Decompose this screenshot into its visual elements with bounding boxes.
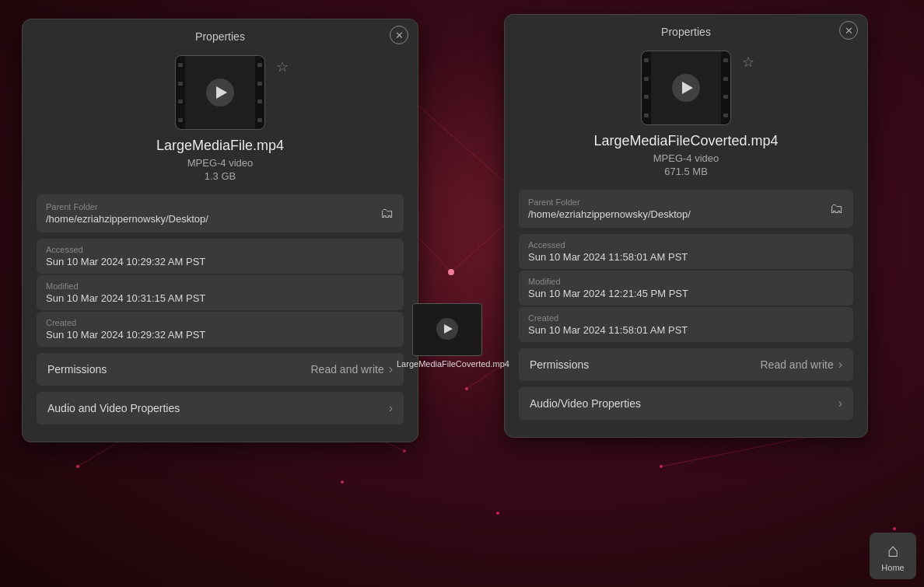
- film-hole: [723, 114, 728, 117]
- file-icon-area-2: ☆ LargeMediaFileCoverted.mp4 MPEG-4 vide…: [519, 46, 853, 190]
- created-row-1: Created Sun 10 Mar 2024 10:29:32 AM PST: [37, 312, 404, 347]
- audio-video-row-1[interactable]: Audio and Video Properties ›: [37, 392, 404, 425]
- properties-dialog-1: Properties ✕: [22, 19, 418, 442]
- modified-label-1: Modified: [46, 281, 394, 291]
- film-hole: [723, 95, 728, 99]
- film-hole: [178, 63, 183, 67]
- film-hole: [723, 58, 728, 62]
- created-label-2: Created: [528, 313, 844, 323]
- dialog-2-body: ☆ LargeMediaFileCoverted.mp4 MPEG-4 vide…: [505, 46, 867, 437]
- permissions-row-1[interactable]: Permissions Read and write ›: [37, 353, 404, 386]
- permissions-right-2: Read and write ›: [761, 358, 843, 372]
- svg-point-38: [341, 480, 344, 484]
- modified-value-2: Sun 10 Mar 2024 12:21:45 PM PST: [528, 288, 844, 299]
- film-hole: [257, 63, 262, 67]
- home-label: Home: [881, 563, 904, 572]
- accessed-value-2: Sun 10 Mar 2024 11:58:01 AM PST: [528, 251, 844, 263]
- svg-point-28: [403, 449, 406, 452]
- play-icon-2: [672, 74, 700, 102]
- home-icon: ⌂: [887, 540, 899, 561]
- film-strip-right-2: [721, 51, 730, 124]
- film-hole: [644, 114, 649, 117]
- file-type-2: MPEG-4 video: [653, 152, 719, 164]
- dialog-1-close-button[interactable]: ✕: [390, 26, 408, 44]
- star-icon-1[interactable]: ☆: [276, 58, 289, 75]
- svg-point-32: [660, 465, 663, 468]
- file-icon-wrapper-1: ☆: [175, 55, 265, 130]
- accessed-value-1: Sun 10 Mar 2024 10:29:32 AM PST: [46, 256, 394, 267]
- folder-content-2: Parent Folder /home/ezriahzippernowsky/D…: [528, 197, 691, 220]
- svg-point-20: [450, 271, 453, 274]
- accessed-label-2: Accessed: [528, 240, 844, 250]
- play-icon-1: [206, 79, 234, 107]
- film-hole: [723, 77, 728, 81]
- properties-dialog-2: Properties ✕: [504, 14, 868, 438]
- audio-video-label-2: Audio/Video Properties: [530, 397, 641, 410]
- file-name-1: LargeMediaFile.mp4: [156, 138, 284, 154]
- film-hole: [257, 118, 262, 122]
- file-icon-area-1: ☆ LargeMediaFile.mp4 MPEG-4 video 1.3 GB: [37, 51, 404, 194]
- home-button[interactable]: ⌂ Home: [870, 533, 916, 579]
- file-icon-wrapper-2: ☆: [641, 51, 731, 125]
- created-row-2: Created Sun 10 Mar 2024 11:58:01 AM PST: [519, 307, 853, 342]
- file-type-1: MPEG-4 video: [187, 157, 254, 169]
- bg-video-label: LargeMediaFileCoverted.mp4: [397, 359, 498, 369]
- created-label-1: Created: [46, 318, 394, 327]
- permissions-chevron-1: ›: [389, 362, 393, 376]
- parent-folder-row-1: Parent Folder /home/ezriahzippernowsky/D…: [37, 194, 404, 232]
- bg-video-thumbnail[interactable]: [412, 303, 482, 356]
- parent-folder-label-2: Parent Folder: [528, 197, 691, 207]
- permissions-row-2[interactable]: Permissions Read and write ›: [519, 348, 853, 381]
- film-hole: [257, 82, 262, 86]
- permissions-value-2: Read and write: [761, 358, 834, 371]
- parent-folder-label-1: Parent Folder: [46, 202, 208, 211]
- film-strip-left-1: [176, 56, 185, 129]
- dialog-1-title: Properties: [195, 30, 245, 43]
- folder-open-icon-1[interactable]: 🗂: [380, 205, 394, 222]
- film-strip-left-2: [642, 51, 651, 124]
- audio-video-row-2[interactable]: Audio/Video Properties ›: [519, 387, 853, 420]
- film-hole: [644, 58, 649, 62]
- modified-row-1: Modified Sun 10 Mar 2024 10:31:15 AM PST: [37, 275, 404, 310]
- permissions-right-1: Read and write ›: [311, 362, 394, 376]
- folder-open-icon-2[interactable]: 🗂: [830, 201, 844, 217]
- permissions-chevron-2: ›: [838, 358, 842, 372]
- accessed-label-1: Accessed: [46, 245, 394, 254]
- dialog-2-title: Properties: [661, 26, 711, 38]
- film-hole: [178, 82, 183, 86]
- permissions-label-2: Permissions: [530, 358, 589, 371]
- parent-folder-value-1: /home/ezriahzippernowsky/Desktop/: [46, 213, 208, 225]
- created-value-2: Sun 10 Mar 2024 11:58:01 AM PST: [528, 324, 844, 336]
- file-size-2: 671.5 MB: [664, 166, 708, 177]
- svg-point-42: [448, 269, 454, 275]
- star-icon-2[interactable]: ☆: [742, 54, 754, 71]
- dialog-2-header: Properties ✕: [505, 15, 867, 46]
- svg-point-26: [76, 465, 79, 468]
- parent-folder-row-2: Parent Folder /home/ezriahzippernowsky/D…: [519, 190, 853, 228]
- dialog-1-header: Properties ✕: [23, 19, 418, 51]
- svg-point-36: [893, 527, 896, 530]
- dialog-2-close-button[interactable]: ✕: [839, 21, 858, 40]
- modified-row-2: Modified Sun 10 Mar 2024 12:21:45 PM PST: [519, 271, 853, 306]
- audio-video-chevron-2: ›: [838, 397, 842, 411]
- audio-video-chevron-1: ›: [389, 401, 393, 415]
- parent-folder-value-2: /home/ezriahzippernowsky/Desktop/: [528, 208, 691, 220]
- file-thumbnail-1: [175, 55, 265, 130]
- permissions-label-1: Permissions: [47, 363, 107, 376]
- file-name-2: LargeMediaFileCoverted.mp4: [593, 133, 778, 149]
- film-hole: [644, 77, 649, 81]
- modified-label-2: Modified: [528, 277, 844, 286]
- file-size-1: 1.3 GB: [205, 170, 236, 182]
- film-hole: [644, 95, 649, 99]
- svg-point-23: [465, 387, 468, 390]
- created-value-1: Sun 10 Mar 2024 10:29:32 AM PST: [46, 329, 394, 341]
- folder-content-1: Parent Folder /home/ezriahzippernowsky/D…: [46, 202, 208, 225]
- film-hole: [178, 118, 183, 122]
- info-section-1: Accessed Sun 10 Mar 2024 10:29:32 AM PST…: [37, 239, 404, 347]
- bg-video-play-icon: [436, 318, 458, 340]
- film-strip-right-1: [255, 56, 264, 129]
- audio-video-label-1: Audio and Video Properties: [47, 402, 180, 414]
- accessed-row-2: Accessed Sun 10 Mar 2024 11:58:01 AM PST: [519, 234, 853, 269]
- modified-value-1: Sun 10 Mar 2024 10:31:15 AM PST: [46, 292, 394, 304]
- dialog-1-body: ☆ LargeMediaFile.mp4 MPEG-4 video 1.3 GB…: [23, 51, 418, 442]
